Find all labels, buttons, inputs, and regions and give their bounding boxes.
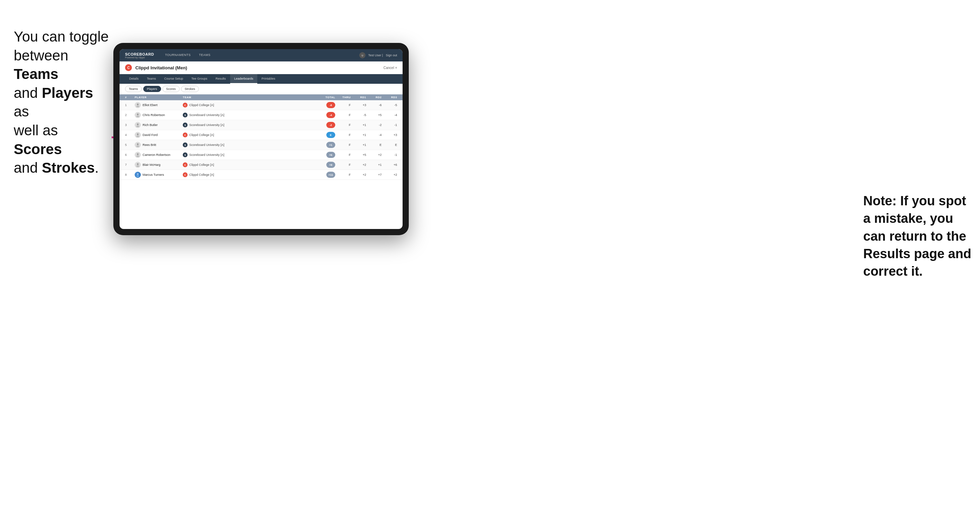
table-row: 5 Rees Britt S Scoreboard University [A]… [119,140,402,150]
logo-subtitle: Powered by clippd [125,56,154,59]
tab-results[interactable]: Results [212,74,230,84]
filter-scores-btn[interactable]: Scores [162,86,180,92]
tab-course-setup[interactable]: Course Setup [160,74,187,84]
left-annotation: You can toggle between Teams and Players… [14,27,110,178]
table-row: 8 Marcus Turners C Clippd College [A] +1… [119,170,402,180]
svg-point-16 [136,175,139,177]
avatar [135,122,141,128]
team-icon: C [183,162,188,167]
team-icon: C [183,172,188,177]
avatar [135,152,141,158]
bold-scores: Scores [14,141,62,157]
team-cell: S Scoreboard University [A] [183,143,315,147]
team-icon: C [183,133,188,137]
svg-point-6 [136,125,139,127]
score-badge: -8 [326,102,335,108]
right-annotation: Note: If you spot a mistake, you can ret… [863,192,973,280]
score-badge: +1 [326,142,335,148]
player-cell: Cameron Robertson [135,152,183,158]
table-row: 1 Elliot Ebert C Clippd College [A] -8 F… [119,100,402,110]
tab-printables[interactable]: Printables [257,74,279,84]
team-cell: C Clippd College [A] [183,162,315,167]
team-cell: C Clippd College [A] [183,103,315,108]
team-cell: C Clippd College [A] [183,133,315,137]
tabs-bar: Details Teams Course Setup Tee Groups Re… [119,74,402,84]
score-badge: E [326,132,335,138]
team-icon: S [183,143,188,147]
team-icon: S [183,122,188,127]
tablet-screen: SCOREBOARD Powered by clippd TOURNAMENTS… [119,49,402,229]
player-cell: Blair McHarg [135,162,183,168]
col-rd2: RD2 [366,96,382,99]
col-team: TEAM [183,96,315,99]
col-rd1: RD1 [351,96,366,99]
tablet-frame: SCOREBOARD Powered by clippd TOURNAMENTS… [113,43,409,235]
score-badge: -4 [326,112,335,118]
team-cell: S Scoreboard University [A] [183,113,315,117]
table-row: 6 Cameron Robertson S Scoreboard Univers… [119,150,402,160]
team-cell: C Clippd College [A] [183,172,315,177]
svg-point-12 [136,156,139,157]
score-badge: +8 [326,162,335,168]
table-header: # PLAYER TEAM TOTAL THRU RD1 RD2 RD3 [119,94,402,100]
team-cell: S Scoreboard University [A] [183,152,315,157]
table-row: 7 Blair McHarg C Clippd College [A] +8 F… [119,160,402,170]
tab-leaderboards[interactable]: Leaderboards [230,74,258,84]
svg-point-4 [136,116,139,117]
nav-right: U Test User | Sign out [359,52,397,58]
team-cell: S Scoreboard University [A] [183,122,315,127]
table-row: 4 David Ford C Clippd College [A] E F +1… [119,130,402,140]
svg-point-14 [136,165,139,167]
filter-teams-btn[interactable]: Teams [125,86,142,92]
tab-details[interactable]: Details [125,74,143,84]
tab-tee-groups[interactable]: Tee Groups [187,74,212,84]
user-avatar: U [359,52,366,58]
avatar [135,112,141,118]
col-rd3: RD3 [382,96,397,99]
avatar [135,162,141,168]
table-row: 2 Chris Robertson S Scoreboard Universit… [119,110,402,120]
cancel-button[interactable]: Cancel × [383,66,397,70]
col-num: # [125,96,135,99]
player-cell: Elliot Ebert [135,102,183,108]
svg-point-9 [137,143,139,145]
team-icon: S [183,113,188,117]
nav-teams[interactable]: TEAMS [195,49,215,62]
tournament-header: C Clippd Invitational (Men) Cancel × [119,62,402,74]
svg-point-10 [136,146,139,147]
filter-bar: Teams Players Scores Strokes [119,84,402,94]
player-cell: Rees Britt [135,142,183,148]
logo-title: SCOREBOARD [125,52,154,56]
nav-bar: SCOREBOARD Powered by clippd TOURNAMENTS… [119,49,402,62]
col-total: TOTAL [315,96,335,99]
sign-out-link[interactable]: Sign out [386,54,397,57]
user-name: Test User | [368,54,383,57]
col-thru: THRU [335,96,351,99]
svg-point-8 [136,136,139,137]
svg-point-13 [137,163,139,165]
table-row: 3 Rich Butler S Scoreboard University [A… [119,120,402,130]
svg-point-7 [137,133,139,135]
player-cell: Chris Robertson [135,112,183,118]
player-cell: Marcus Turners [135,171,183,178]
filter-players-btn[interactable]: Players [143,86,161,92]
score-badge: +6 [326,152,335,158]
tab-teams[interactable]: Teams [143,74,161,84]
bold-players: Players [42,85,93,101]
avatar [135,132,141,138]
svg-point-1 [137,104,139,105]
filter-strokes-btn[interactable]: Strokes [181,86,199,92]
svg-point-15 [137,173,139,175]
svg-point-3 [137,114,139,115]
nav-tournaments[interactable]: TOURNAMENTS [161,49,195,62]
bold-strokes: Strokes [42,160,95,176]
team-icon: S [183,152,188,157]
right-note: Note: If you spot a mistake, you can ret… [863,194,971,278]
player-cell: David Ford [135,132,183,138]
avatar [135,171,141,178]
svg-point-11 [137,154,139,155]
avatar [135,102,141,108]
nav-links: TOURNAMENTS TEAMS [161,49,359,62]
bold-teams: Teams [14,66,58,82]
team-icon: C [183,103,188,108]
